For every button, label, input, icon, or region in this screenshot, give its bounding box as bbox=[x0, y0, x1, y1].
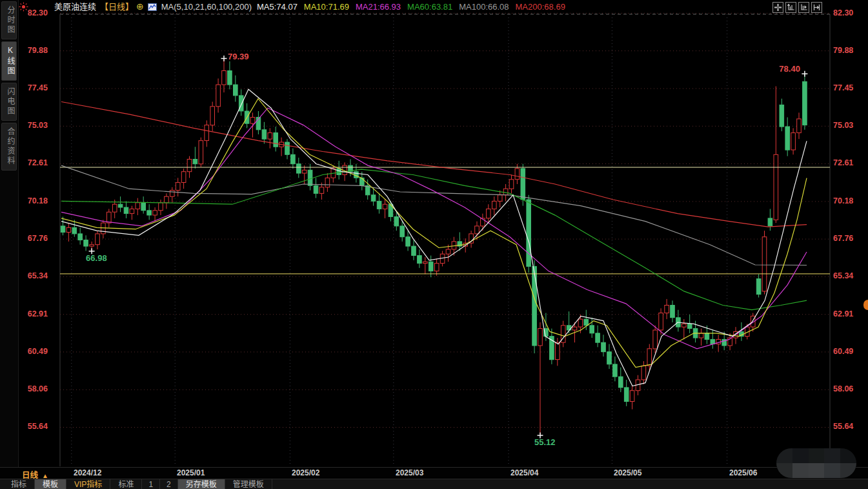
price-tick-label: 75.03 bbox=[833, 121, 864, 130]
price-tick-label: 75.03 bbox=[17, 121, 48, 130]
month-label: 2025/02 bbox=[292, 468, 319, 477]
price-tick-label: 72.61 bbox=[17, 158, 48, 167]
toolbar-btn-template[interactable]: 模板 bbox=[35, 479, 66, 489]
price-tick-label: 60.49 bbox=[17, 347, 48, 356]
month-label: 2025/05 bbox=[614, 468, 641, 477]
price-tick-label: 79.88 bbox=[833, 46, 864, 55]
ma-value: MA200:68.69 bbox=[516, 2, 565, 12]
svg-text:66.98: 66.98 bbox=[86, 253, 107, 263]
toolbar-btn-save-template[interactable]: 另存模板 bbox=[178, 479, 225, 489]
chart-type-sidebar: 分时图K线图闪电图合约资料 bbox=[0, 0, 19, 467]
crosshair-icon[interactable] bbox=[772, 2, 783, 13]
trading-app-window: 79.3966.9855.1278.40 分时图K线图闪电图合约资料 美原油连续… bbox=[0, 0, 868, 489]
blurred-watermark bbox=[776, 448, 856, 478]
price-tick-label: 67.76 bbox=[833, 234, 864, 243]
kline-chart[interactable]: 79.3966.9855.1278.40 bbox=[0, 0, 868, 467]
svg-text:79.39: 79.39 bbox=[228, 52, 249, 61]
sidebar-tab-contract-info[interactable]: 合约资料 bbox=[1, 123, 17, 171]
x-axis-row: 日线▲ 2024/122025/012025/022025/032025/042… bbox=[0, 467, 868, 479]
ma-values: MA5:74.07MA10:71.69MA21:66.93MA60:63.81M… bbox=[257, 2, 572, 12]
sidebar-tab-lightning-chart[interactable]: 闪电图 bbox=[1, 83, 17, 121]
price-tick-label: 79.88 bbox=[17, 46, 48, 55]
price-tick-label: 62.91 bbox=[833, 309, 864, 318]
price-tick-label: 72.61 bbox=[833, 158, 864, 167]
sidebar-tab-time-chart[interactable]: 分时图 bbox=[1, 1, 17, 39]
price-tick-label: 58.06 bbox=[833, 384, 864, 393]
circle-plus-icon[interactable]: ⊕ bbox=[136, 1, 144, 12]
price-tick-label: 58.06 bbox=[17, 384, 48, 393]
toolbar-btn-2[interactable]: 2 bbox=[160, 479, 178, 489]
price-tick-label: 62.91 bbox=[17, 309, 48, 318]
ma-value: MA60:63.81 bbox=[407, 2, 452, 12]
axis-zoom-icon[interactable] bbox=[785, 2, 796, 13]
toolbar-btn-vip-indicator[interactable]: VIP指标 bbox=[66, 479, 110, 489]
price-tick-label: 60.49 bbox=[833, 347, 864, 356]
ma-value: MA5:74.07 bbox=[257, 2, 298, 12]
ma-value: MA21:66.93 bbox=[356, 2, 401, 12]
month-label: 2025/01 bbox=[177, 468, 205, 477]
symbol-name: 美原油连续 bbox=[54, 2, 96, 12]
chart-thumbnail-icon[interactable] bbox=[148, 1, 157, 15]
edge-logo-fragment bbox=[863, 300, 868, 310]
period-label: 【日线】 bbox=[100, 2, 134, 12]
alert-burst-icon bbox=[19, 2, 28, 12]
sidebar-tab-kline-chart[interactable]: K线图 bbox=[1, 41, 17, 81]
month-label: 2025/03 bbox=[396, 468, 423, 477]
price-tick-label: 82.30 bbox=[833, 8, 864, 17]
page-shift-icon[interactable] bbox=[811, 2, 822, 13]
month-label: 2025/04 bbox=[510, 468, 538, 477]
chart-toolbar-icons bbox=[772, 2, 822, 13]
price-tick-label: 65.34 bbox=[833, 271, 864, 280]
price-tick-label: 77.45 bbox=[833, 83, 864, 92]
toolbar-btn-1[interactable]: 1 bbox=[142, 479, 160, 489]
month-label: 2025/06 bbox=[729, 468, 757, 477]
axis-pan-icon[interactable] bbox=[798, 2, 809, 13]
price-tick-label: 77.45 bbox=[17, 83, 48, 92]
ma-params-label: MA(5,10,21,60,100,200) bbox=[161, 2, 252, 12]
toolbar-btn-standard[interactable]: 标准 bbox=[110, 479, 142, 489]
price-tick-label: 55.64 bbox=[17, 422, 48, 431]
price-tick-label: 65.34 bbox=[17, 271, 48, 280]
month-label: 2024/12 bbox=[74, 468, 101, 477]
svg-text:78.40: 78.40 bbox=[779, 64, 800, 74]
price-tick-label: 70.18 bbox=[833, 196, 864, 205]
price-tick-label: 55.64 bbox=[833, 422, 864, 431]
chart-header: 美原油连续【日线】⊕MA(5,10,21,60,100,200)MA5:74.0… bbox=[54, 0, 572, 14]
ma-value: MA10:71.69 bbox=[304, 2, 349, 12]
price-tick-label: 70.18 bbox=[17, 196, 48, 205]
toolbar-btn-manage-template[interactable]: 管理模板 bbox=[225, 479, 272, 489]
ma-value: MA100:66.08 bbox=[459, 2, 509, 12]
svg-text:55.12: 55.12 bbox=[534, 437, 556, 447]
bottom-toolbar: 指标模板VIP指标标准12另存模板管理模板 bbox=[0, 479, 868, 489]
toolbar-btn-indicator[interactable]: 指标 bbox=[3, 479, 35, 489]
price-tick-label: 67.76 bbox=[17, 234, 48, 243]
